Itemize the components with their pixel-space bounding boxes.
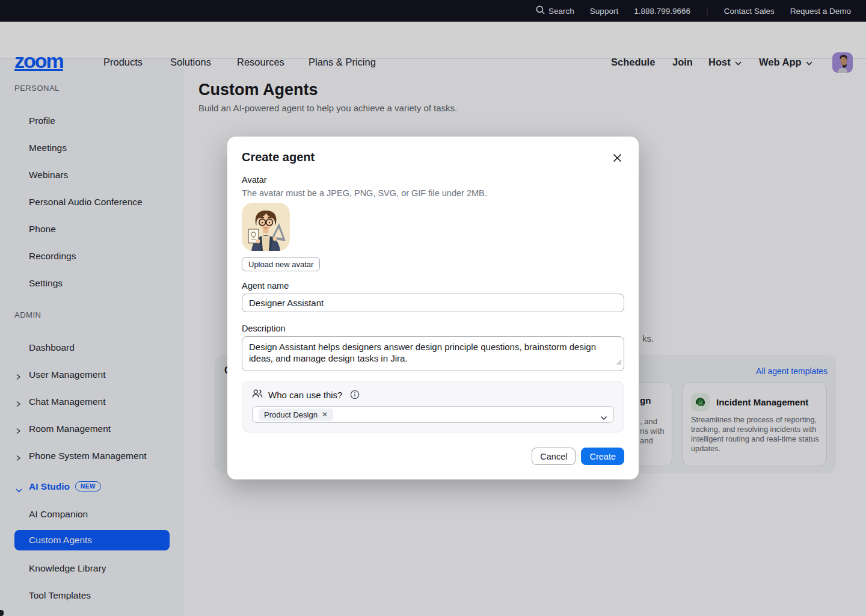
description-textarea[interactable]: Design Assistant helps designers answer … <box>242 336 624 371</box>
upload-new-avatar-button[interactable]: Upload new avatar <box>242 257 320 271</box>
people-icon <box>252 389 263 400</box>
create-agent-modal: Create agent Avatar The avatar must be a… <box>227 137 639 479</box>
modal-title: Create agent <box>242 150 315 164</box>
description-label: Description <box>242 324 286 333</box>
agent-avatar-image <box>242 203 290 251</box>
access-select[interactable]: Product Design ✕ <box>252 406 614 423</box>
access-tag-product-design: Product Design ✕ <box>259 408 333 421</box>
remove-tag-icon[interactable]: ✕ <box>322 411 328 418</box>
access-question-label: Who can use this? <box>268 390 342 400</box>
info-icon[interactable] <box>350 390 360 399</box>
chevron-down-icon <box>600 412 607 423</box>
tag-label: Product Design <box>264 410 318 419</box>
resize-handle-icon[interactable] <box>616 357 622 368</box>
access-section: Who can use this? Product Design ✕ <box>242 381 624 433</box>
avatar-help-text: The avatar must be a JPEG, PNG, SVG, or … <box>242 188 487 198</box>
agent-name-input[interactable] <box>242 294 624 312</box>
agent-name-label: Agent name <box>242 281 289 291</box>
close-icon[interactable] <box>609 149 625 166</box>
description-field-wrap: Design Assistant helps designers answer … <box>242 336 624 371</box>
cancel-button[interactable]: Cancel <box>532 448 576 465</box>
create-button[interactable]: Create <box>581 448 624 465</box>
avatar-label: Avatar <box>242 175 267 185</box>
